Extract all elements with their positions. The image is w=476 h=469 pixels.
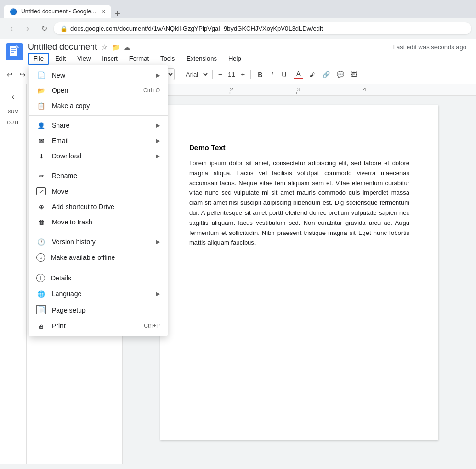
browser-tab[interactable]: 🔵 Untitled document - Google Doc... ×	[4, 5, 111, 18]
move-label: Move	[52, 188, 160, 195]
version-icon: 🕐	[36, 238, 46, 246]
menu-item-open[interactable]: 📂 Open Ctrl+O	[29, 83, 168, 98]
menu-item-make-offline[interactable]: ○ Make available offline	[29, 249, 168, 266]
comment-button[interactable]: 💬	[334, 69, 347, 80]
file-dropdown-menu: 📄 New ▶ 📂 Open Ctrl+O 📋 M	[29, 65, 168, 336]
bold-button[interactable]: B	[254, 69, 266, 80]
version-arrow: ▶	[156, 238, 160, 245]
rename-label: Rename	[52, 172, 160, 179]
tab-close-icon[interactable]: ×	[102, 8, 105, 15]
lock-icon: 🔒	[60, 25, 68, 32]
svg-rect-7	[129, 85, 476, 94]
toolbar-sep-6	[250, 70, 251, 79]
copy-icon: 📋	[36, 102, 46, 110]
menu-item-version-history[interactable]: 🕐 Version history ▶	[29, 234, 168, 249]
menu-item-edit[interactable]: Edit	[49, 53, 71, 65]
docs-menubar: File 📄 New ▶ 📂 Open Ctrl+O	[28, 53, 470, 65]
underline-button[interactable]: U	[278, 69, 290, 80]
menu-item-language[interactable]: 🌐 Language ▶	[29, 286, 168, 302]
share-icon: 👤	[36, 122, 46, 129]
page-setup-label: Page setup	[52, 306, 160, 314]
forward-button[interactable]: ›	[21, 22, 34, 35]
toolbar-sep-4	[178, 70, 178, 79]
menu-item-download[interactable]: ⬇ Download ▶	[29, 148, 168, 164]
open-icon: 📂	[36, 87, 46, 94]
menu-item-email[interactable]: ✉ Email ▶	[29, 133, 168, 148]
menu-item-view[interactable]: View	[71, 53, 96, 65]
sidebar-summary-label: SUM	[6, 107, 20, 116]
shortcut-icon: ⊕	[36, 203, 46, 211]
menu-item-print[interactable]: 🖨 Print Ctrl+P	[29, 318, 168, 334]
doc-page[interactable]: Demo Text Lorem ipsum dolor sit amet, co…	[160, 105, 438, 440]
docs-title-area: Untitled document ☆ 📁 ☁ Last edit was se…	[28, 42, 470, 65]
italic-button[interactable]: I	[267, 69, 277, 80]
highlight-button[interactable]: 🖌	[306, 69, 318, 80]
docs-logo	[6, 43, 23, 60]
language-icon: 🌐	[36, 290, 46, 298]
tab-title: Untitled document - Google Doc...	[21, 8, 98, 15]
share-arrow: ▶	[156, 122, 160, 129]
star-icon[interactable]: ☆	[101, 43, 108, 52]
email-icon: ✉	[36, 137, 46, 145]
tab-bar: 🔵 Untitled document - Google Doc... × +	[0, 0, 476, 18]
collapse-sidebar-button[interactable]: ‹	[5, 88, 22, 105]
download-arrow: ▶	[156, 153, 160, 159]
font-size-display: 11	[226, 71, 238, 78]
email-label: Email	[52, 137, 150, 145]
redo-button[interactable]: ↪	[17, 68, 29, 81]
doc-canvas: 1 2 3 4 Demo Text Lorem ipsum dolor sit …	[123, 84, 476, 464]
menu-item-make-copy[interactable]: 📋 Make a copy	[29, 98, 168, 113]
download-icon: ⬇	[36, 153, 46, 160]
menu-item-format[interactable]: Format	[124, 53, 155, 65]
font-select[interactable]: Arial	[181, 69, 209, 80]
print-label: Print	[52, 322, 138, 330]
rename-icon: ✏	[36, 172, 46, 179]
ruler-inner: 1 2 3 4	[123, 84, 476, 95]
doc-heading: Demo Text	[189, 144, 409, 152]
move-to-folder-icon[interactable]: 📁	[112, 44, 120, 51]
menu-item-tools[interactable]: Tools	[155, 53, 181, 65]
menu-item-new[interactable]: 📄 New ▶	[29, 67, 168, 83]
menu-item-share[interactable]: 👤 Share ▶	[29, 118, 168, 133]
page-setup-icon: 📄	[36, 305, 46, 314]
shortcut-label: Add shortcut to Drive	[52, 203, 160, 211]
print-shortcut: Ctrl+P	[144, 323, 160, 329]
menu-item-page-setup[interactable]: 📄 Page setup	[29, 302, 168, 318]
url-text: docs.google.com/document/d/1wANQkil-GzgY…	[70, 25, 323, 32]
menu-item-file[interactable]: File 📄 New ▶ 📂 Open Ctrl+O	[28, 53, 49, 65]
increase-font-button[interactable]: +	[238, 69, 248, 80]
print-icon: 🖨	[36, 323, 46, 330]
back-button[interactable]: ‹	[5, 22, 18, 35]
share-label: Share	[52, 122, 150, 129]
divider-3	[29, 232, 168, 232]
menu-item-extensions[interactable]: Extensions	[181, 53, 223, 65]
divider-1	[29, 115, 168, 116]
decrease-font-button[interactable]: −	[215, 69, 225, 80]
move-icon: ↗	[36, 187, 46, 195]
svg-rect-1	[10, 46, 17, 56]
svg-text:4: 4	[363, 87, 366, 92]
cloud-icon[interactable]: ☁	[124, 44, 130, 51]
docs-title[interactable]: Untitled document	[28, 42, 97, 52]
language-arrow: ▶	[156, 290, 160, 297]
new-tab-button[interactable]: +	[111, 10, 124, 18]
image-button[interactable]: 🖼	[348, 69, 360, 80]
toolbar-sep-5	[212, 70, 213, 79]
copy-label: Make a copy	[52, 102, 160, 110]
menu-item-details[interactable]: i Details	[29, 270, 168, 286]
menu-item-move-trash[interactable]: 🗑 Move to trash	[29, 214, 168, 230]
left-sidebar: ‹ SUM OUTL	[0, 84, 27, 464]
menu-item-insert[interactable]: Insert	[96, 53, 124, 65]
docs-title-row: Untitled document ☆ 📁 ☁ Last edit was se…	[28, 42, 470, 53]
reload-button[interactable]: ↻	[37, 22, 51, 35]
url-bar[interactable]: 🔒 docs.google.com/document/d/1wANQkil-Gz…	[54, 22, 471, 34]
font-color-button[interactable]: A	[291, 68, 306, 81]
undo-button[interactable]: ↩	[4, 68, 16, 81]
version-label: Version history	[52, 238, 150, 246]
menu-item-help[interactable]: Help	[223, 53, 247, 65]
new-label: New	[52, 71, 150, 79]
menu-item-move[interactable]: ↗ Move	[29, 183, 168, 199]
menu-item-add-shortcut[interactable]: ⊕ Add shortcut to Drive	[29, 199, 168, 214]
menu-item-rename[interactable]: ✏ Rename	[29, 168, 168, 183]
link-button[interactable]: 🔗	[319, 69, 333, 80]
